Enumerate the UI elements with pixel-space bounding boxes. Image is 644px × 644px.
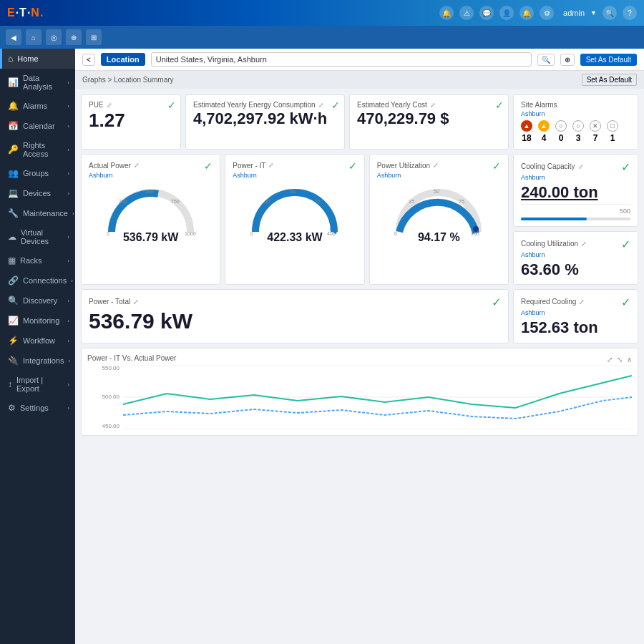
sidebar-item-workflow-label: Workflow	[23, 336, 55, 345]
set-default-button[interactable]: Set As Default	[580, 54, 637, 66]
circle-icon[interactable]: ⊕	[66, 29, 82, 45]
sidebar-item-workflow[interactable]: ⚡ Workflow ›	[0, 331, 75, 351]
sidebar-item-data-analysis[interactable]: 📊 Data Analysis ›	[0, 69, 75, 96]
chart-shrink-icon[interactable]: ⤡	[617, 356, 623, 364]
required-cooling-subtitle[interactable]: Ashburn	[521, 309, 630, 316]
alarm-critical-count: 18	[522, 133, 531, 143]
help-icon[interactable]: ?	[623, 6, 637, 20]
user-label[interactable]: admin	[563, 9, 585, 17]
alarms-subtitle[interactable]: Ashburn	[521, 110, 630, 117]
sidebar-item-devices[interactable]: 💻 Devices ›	[0, 183, 75, 203]
sidebar-item-integrations-label: Integrations	[23, 356, 64, 365]
alarm-info2-count: 3	[576, 133, 581, 143]
power-it-title-text: Power - IT	[233, 162, 265, 170]
sidebar-item-import-export[interactable]: ↕ Import | Export ›	[0, 371, 75, 398]
location-bar: < Location 🔍 ⊕ Set As Default	[75, 49, 644, 71]
energy-expand-icon[interactable]: ⤢	[318, 102, 324, 109]
bell-icon[interactable]: 🔔	[439, 6, 454, 20]
chart-collapse-icon[interactable]: ∧	[627, 356, 632, 364]
power-util-gauge: 0 25 50 75 100 94.17 %	[377, 182, 501, 244]
sidebar-item-settings[interactable]: ⚙ Settings ›	[0, 398, 75, 418]
pue-check-icon: ✓	[167, 99, 176, 111]
discovery-arrow-icon: ›	[67, 298, 69, 304]
cooling-util-expand-icon[interactable]: ⤢	[581, 240, 587, 248]
import-arrow-icon: ›	[67, 381, 69, 388]
cooling-util-value: 63.60 %	[521, 261, 630, 278]
cooling-util-card: Cooling Utilization ⤢ ✓ Ashburn 63.60 %	[513, 231, 638, 285]
rights-arrow-icon: ›	[67, 147, 69, 153]
alarm-info3: ✕ 7	[590, 120, 601, 143]
pue-title-text: PUE	[89, 101, 104, 109]
actual-power-title: Actual Power ⤢	[89, 162, 140, 170]
chart-y-min: 450.00	[87, 423, 119, 429]
sidebar-item-data-label: Data Analysis	[23, 74, 63, 91]
content-area: < Location 🔍 ⊕ Set As Default Graphs > L…	[75, 49, 644, 644]
cost-title: Estimated Yearly Cost ⤢	[357, 101, 436, 109]
pue-expand-icon[interactable]: ⤢	[107, 102, 112, 109]
svg-text:1000: 1000	[185, 231, 196, 235]
actual-power-expand-icon[interactable]: ⤢	[134, 162, 140, 169]
calendar-icon: 📅	[8, 121, 19, 131]
user-icon[interactable]: 👤	[499, 6, 514, 20]
sidebar-item-maintenance[interactable]: 🔧 Maintenance ›	[0, 203, 75, 223]
search-icon[interactable]: 🔍	[602, 6, 617, 20]
location-search-button[interactable]: 🔍	[537, 54, 555, 66]
sidebar-item-groups[interactable]: 👥 Groups ›	[0, 163, 75, 183]
cost-expand-icon[interactable]: ⤢	[430, 102, 436, 109]
alarm-warning-icon: ▲	[538, 120, 550, 132]
sidebar-item-integrations[interactable]: 🔌 Integrations ›	[0, 351, 75, 371]
cards-row-3: Power - Total ⤢ ✓ 536.79 kW Required Coo…	[81, 289, 638, 343]
cooling-capacity-subtitle[interactable]: Ashburn	[521, 174, 630, 181]
energy-title-text: Estimated Yearly Energy Consumption	[193, 101, 316, 109]
cooling-capacity-expand-icon[interactable]: ⤢	[578, 163, 584, 170]
groups-icon: 👥	[8, 168, 19, 178]
sidebar-item-groups-label: Groups	[23, 169, 49, 177]
sidebar-item-calendar[interactable]: 📅 Calendar ›	[0, 116, 75, 136]
energy-check-icon: ✓	[331, 99, 340, 111]
power-it-subtitle[interactable]: Ashburn	[233, 172, 356, 179]
settings-icon: ⚙	[8, 403, 16, 413]
sidebar-item-connections[interactable]: 🔗 Connections ›	[0, 270, 75, 291]
chart-expand-icon[interactable]: ⤢	[607, 356, 613, 364]
alarm-info1-icon: ○	[555, 120, 567, 132]
chart-icon[interactable]: ◎	[46, 29, 62, 45]
location-icon-button[interactable]: ⊕	[560, 54, 575, 66]
sidebar-item-import-label: Import | Export	[16, 376, 63, 393]
sidebar-item-home[interactable]: ⌂ Home	[0, 49, 75, 69]
alarm-info2: ○ 3	[572, 120, 584, 143]
back-button[interactable]: <	[82, 54, 95, 66]
power-util-expand-icon[interactable]: ⤢	[433, 162, 439, 169]
user-dropdown-icon[interactable]: ▼	[590, 9, 597, 16]
sidebar-item-virtual[interactable]: ☁ Virtual Devices ›	[0, 223, 75, 250]
notification-icon[interactable]: 🔔	[519, 6, 534, 20]
connections-arrow-icon: ›	[71, 278, 73, 284]
workflow-icon: ⚡	[8, 336, 19, 346]
alarm-warning: ▲ 4	[538, 120, 550, 143]
home-icon[interactable]: ⌂	[26, 29, 42, 45]
power-util-subtitle[interactable]: Ashburn	[377, 172, 501, 179]
collapse-icon[interactable]: ◀	[6, 29, 21, 45]
power-it-expand-icon[interactable]: ⤢	[268, 162, 274, 169]
sidebar-item-discovery[interactable]: 🔍 Discovery ›	[0, 291, 75, 311]
sidebar-item-racks[interactable]: ▦ Racks ›	[0, 250, 75, 270]
svg-text:50: 50	[434, 189, 439, 194]
cooling-capacity-bar-fill	[521, 218, 587, 220]
actual-power-subtitle[interactable]: Ashburn	[89, 172, 213, 179]
power-total-expand-icon[interactable]: ⤢	[133, 298, 139, 306]
sidebar-item-monitoring[interactable]: 📈 Monitoring ›	[0, 311, 75, 331]
warning-icon[interactable]: ⚠	[459, 6, 474, 20]
cooling-util-subtitle[interactable]: Ashburn	[521, 251, 630, 258]
pue-card: PUE ⤢ 1.27 ✓	[81, 94, 181, 150]
chat-icon[interactable]: 💬	[479, 6, 494, 20]
breadcrumb-set-default-button[interactable]: Set As Default	[582, 74, 637, 86]
cooling-capacity-bar	[521, 218, 630, 220]
location-input[interactable]	[151, 52, 532, 67]
tag-icon[interactable]: ⊞	[86, 29, 102, 45]
sidebar-item-alarms[interactable]: 🔔 Alarms ›	[0, 96, 75, 116]
cost-title-text: Estimated Yearly Cost	[357, 101, 427, 109]
required-cooling-expand-icon[interactable]: ⤢	[579, 298, 585, 306]
svg-text:250: 250	[119, 199, 127, 204]
gear-icon[interactable]: ⚙	[540, 6, 554, 20]
sidebar-item-rights[interactable]: 🔑 Rights Access ›	[0, 136, 75, 163]
svg-text:0: 0	[394, 231, 397, 235]
